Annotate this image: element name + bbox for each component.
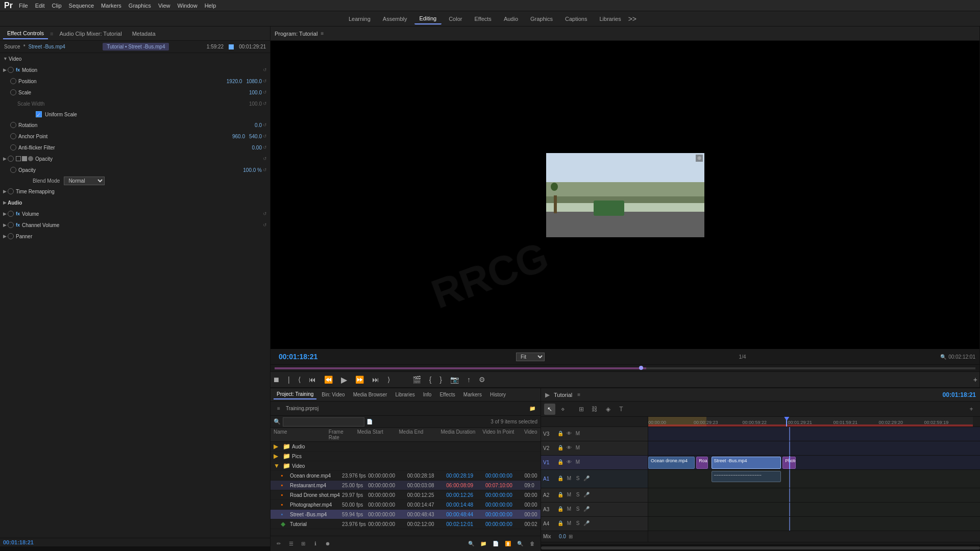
transport-camera-btn[interactable]: 📷 <box>448 374 461 385</box>
track-a4-mic[interactable]: 🎤 <box>583 520 590 528</box>
transport-next-keyframe-btn[interactable]: ⟩ <box>385 374 392 385</box>
track-a1-mic[interactable]: 🎤 <box>583 475 590 483</box>
proj-sort-btn[interactable]: ⏺ <box>323 539 333 549</box>
track-a2-content[interactable] <box>648 488 980 502</box>
transport-settings-btn[interactable]: ⚙ <box>477 374 487 385</box>
track-a3-solo[interactable]: S <box>574 506 581 513</box>
position-y-value[interactable]: 1080.0 <box>246 79 262 84</box>
menu-clip[interactable]: Clip <box>52 3 62 9</box>
tl-razor-tool[interactable]: ⋄ <box>557 404 569 415</box>
track-v3-eye[interactable]: 👁 <box>566 431 573 438</box>
ws-tab-assembly[interactable]: Assembly <box>378 14 412 24</box>
anchor-reset[interactable]: ↺ <box>263 134 267 139</box>
timeline-horizontal-scroll[interactable] <box>541 544 980 551</box>
tl-marker-btn[interactable]: ◈ <box>602 404 614 415</box>
scale-value[interactable]: 100.0 <box>249 90 262 95</box>
track-a1-solo[interactable]: S <box>574 475 581 483</box>
ec-timecode[interactable]: 00:01:18:21 <box>3 539 34 545</box>
menu-markers[interactable]: Markers <box>101 3 121 9</box>
ec-timeline-scroll[interactable] <box>0 547 270 551</box>
timeline-menu-icon[interactable]: ≡ <box>577 392 580 397</box>
tab-libraries[interactable]: Libraries <box>392 390 418 399</box>
transport-stop-btn[interactable]: ⏹ <box>271 374 282 385</box>
transport-prev-keyframe-btn[interactable]: ⟨ <box>296 374 303 385</box>
proj-delete-btn[interactable]: 🗑 <box>527 539 537 549</box>
anti-flicker-stopwatch[interactable] <box>10 144 16 151</box>
rotation-value[interactable]: 0.0 <box>255 122 262 128</box>
volume-row[interactable]: ▶ fx Volume ↺ <box>0 208 270 219</box>
motion-reset[interactable]: ↺ <box>263 67 267 72</box>
menu-sequence[interactable]: Sequence <box>69 3 94 9</box>
ws-tab-effects[interactable]: Effects <box>469 14 496 24</box>
tl-select-tool[interactable]: ↖ <box>544 404 555 415</box>
rotation-reset[interactable]: ↺ <box>263 122 267 128</box>
transport-set-outpoint-btn[interactable]: } <box>437 374 444 385</box>
search-icon[interactable]: 🔍 <box>940 354 946 360</box>
track-a3-lock[interactable]: 🔒 <box>557 506 564 513</box>
proj-search-btn[interactable]: 🔍 <box>466 539 476 549</box>
channel-vol-stopwatch[interactable] <box>8 222 14 228</box>
position-reset[interactable]: ↺ <box>263 79 267 84</box>
col-header-end[interactable]: Media End <box>399 429 439 440</box>
tab-effect-controls[interactable]: Effect Controls <box>3 28 48 39</box>
col-header-vid[interactable]: Video <box>524 429 537 440</box>
project-item-restaurant[interactable]: ▪ Restaurant.mp4 25.00 fps 00:00:00:00 0… <box>271 481 541 490</box>
col-header-fps[interactable]: Frame Rate <box>329 429 355 440</box>
panner-stopwatch[interactable] <box>8 233 14 239</box>
program-timecode[interactable]: 00:01:18:21 <box>275 350 322 363</box>
tab-metadata[interactable]: Metadata <box>128 29 160 39</box>
uniform-scale-checkbox[interactable]: ✓ <box>36 111 42 117</box>
track-v1-eye[interactable]: 👁 <box>566 459 573 466</box>
track-a4-mute[interactable]: M <box>566 520 573 528</box>
tab-markers[interactable]: Markers <box>460 390 485 399</box>
proj-list-view-btn[interactable]: ☰ <box>286 539 296 549</box>
panner-row[interactable]: ▶ Panner <box>0 231 270 242</box>
opacity-reset[interactable]: ↺ <box>263 156 267 161</box>
col-header-name[interactable]: Name <box>274 429 327 440</box>
volume-stopwatch[interactable] <box>8 211 14 217</box>
track-a4-lock[interactable]: 🔒 <box>557 520 564 528</box>
track-v2-mute[interactable]: M <box>574 445 581 452</box>
timeline-ruler[interactable]: 00:00:00 00:00:29:23 00:00:59:22 00:01:2… <box>648 417 973 427</box>
track-v2-eye[interactable]: 👁 <box>566 445 573 452</box>
track-a3-mic[interactable]: 🎤 <box>583 506 590 513</box>
proj-new-item-btn2[interactable]: 📄 <box>491 539 501 549</box>
proj-new-folder-btn[interactable]: 📁 <box>478 539 488 549</box>
menu-window[interactable]: Window <box>178 3 198 9</box>
project-item-photographer[interactable]: ▪ Photographer.mp4 50.00 fps 00:00:00:00… <box>271 500 541 510</box>
audio-section-header[interactable]: ▶ Audio <box>0 197 270 208</box>
transport-add-marker-btn[interactable]: 🎬 <box>410 374 423 385</box>
channel-vol-reset[interactable]: ↺ <box>263 222 267 228</box>
time-remap-stopwatch[interactable] <box>8 188 14 194</box>
track-a4-content[interactable] <box>648 517 980 531</box>
mix-expand-btn[interactable]: ⊞ <box>569 534 573 539</box>
anchor-stopwatch[interactable] <box>10 133 16 139</box>
timeline-collapse-icon[interactable]: ▶ <box>545 391 550 398</box>
anchor-y-value[interactable]: 540.0 <box>249 134 262 139</box>
project-item-ocean[interactable]: ▪ Ocean drone.mp4 23.976 fps 00:00:00:00… <box>271 471 541 481</box>
clip-road[interactable]: Road <box>696 457 708 469</box>
ws-tab-learning[interactable]: Learning <box>344 14 376 24</box>
track-v2-lock[interactable]: 🔒 <box>557 445 564 452</box>
scale-stopwatch[interactable] <box>10 89 16 95</box>
volume-reset[interactable]: ↺ <box>263 211 267 216</box>
track-a1-lock[interactable]: 🔒 <box>557 475 564 483</box>
proj-find-btn[interactable]: 🔍 <box>515 539 525 549</box>
track-a3-content[interactable] <box>648 503 980 516</box>
tl-snap-btn[interactable]: ⊞ <box>576 404 587 415</box>
tl-link-btn[interactable]: ⛓ <box>589 404 600 415</box>
track-mix-content[interactable] <box>648 531 980 542</box>
track-v1-mute[interactable]: M <box>574 459 581 466</box>
uniform-scale-row[interactable]: ✓ Uniform Scale <box>0 109 270 119</box>
proj-info-btn[interactable]: ℹ <box>310 539 321 549</box>
track-a3-mute[interactable]: M <box>566 506 573 513</box>
tab-project[interactable]: Project: Training <box>274 390 316 399</box>
proj-automate-btn[interactable]: ⏫ <box>503 539 513 549</box>
transport-right-extra-btn[interactable]: + <box>971 374 979 385</box>
tl-type-btn[interactable]: T <box>616 404 627 415</box>
track-v1-content[interactable]: Ocean drone.mp4 Road Street -Bus.mp4 <box>648 456 980 469</box>
menu-help[interactable]: Help <box>205 3 216 9</box>
channel-volume-row[interactable]: ▶ fx Channel Volume ↺ <box>0 219 270 231</box>
project-new-bin-btn[interactable]: 📁 <box>527 404 537 414</box>
menu-view[interactable]: View <box>158 3 170 9</box>
